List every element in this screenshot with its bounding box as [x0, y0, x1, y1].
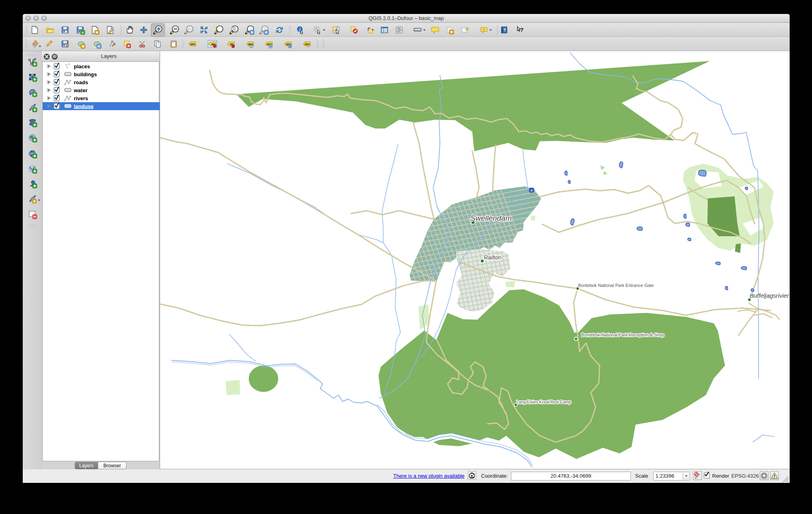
svg-text:Lang Elsies Kraal Rest Camp: Lang Elsies Kraal Rest Camp [516, 399, 571, 404]
svg-text:rivers: rivers [74, 95, 88, 101]
svg-text:Bontebok National Park Recepti: Bontebok National Park Reception & Shop [581, 332, 664, 337]
svg-text:buildings: buildings [74, 71, 97, 77]
svg-text:T: T [483, 28, 485, 32]
svg-text:water: water [73, 87, 87, 93]
svg-text:?: ? [503, 28, 506, 32]
svg-text:Swellendam: Swellendam [470, 214, 512, 222]
svg-text:Bontebok National Park Entranc: Bontebok National Park Entrance Gate [578, 283, 654, 288]
svg-text:⎈: ⎈ [530, 189, 533, 192]
svg-text:abc: abc [190, 42, 196, 46]
svg-text:roads: roads [74, 79, 88, 85]
svg-text:places: places [74, 63, 90, 69]
svg-text:1:1: 1:1 [188, 28, 192, 30]
svg-text:?: ? [520, 27, 524, 33]
svg-text:landuse: landuse [74, 103, 93, 109]
svg-text:Railton: Railton [484, 254, 501, 261]
svg-text:Buffeljagsrivier: Buffeljagsrivier [750, 292, 789, 299]
